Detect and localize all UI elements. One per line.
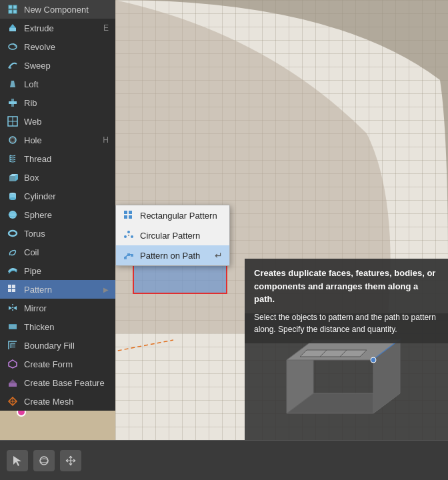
cursor-tool-button[interactable]: [7, 450, 28, 471]
menu-item-web[interactable]: Web: [0, 112, 115, 131]
left-menu-panel: New Component Extrude E Revolve Sweep: [0, 0, 115, 411]
menu-label-torus: Torus: [24, 229, 45, 239]
rect-pattern-icon: [123, 209, 135, 221]
menu-item-box[interactable]: Box: [0, 168, 115, 187]
menu-item-cylinder[interactable]: Cylinder: [0, 187, 115, 205]
menu-item-pipe[interactable]: Pipe: [0, 261, 115, 280]
path-pattern-icon: [123, 249, 135, 261]
menu-label-pattern: Pattern: [24, 285, 52, 295]
svg-marker-37: [9, 360, 17, 368]
menu-item-extrude[interactable]: Extrude E: [0, 19, 115, 37]
coil-icon: [7, 246, 19, 258]
svg-point-65: [40, 459, 48, 463]
menu-item-thicken[interactable]: Thicken: [0, 317, 115, 336]
svg-point-22: [9, 197, 16, 200]
cylinder-icon: [7, 190, 19, 202]
svg-point-48: [131, 235, 133, 238]
menu-item-thread[interactable]: Thread: [0, 149, 115, 168]
svg-marker-31: [9, 306, 12, 310]
base-feature-icon: [7, 377, 19, 389]
svg-rect-43: [124, 211, 127, 214]
menu-item-hole[interactable]: Hole H: [0, 131, 115, 149]
menu-item-torus[interactable]: Torus: [0, 224, 115, 243]
menu-item-pattern[interactable]: Pattern ▶: [0, 280, 115, 299]
menu-item-sweep[interactable]: Sweep: [0, 56, 115, 75]
rib-icon: [7, 97, 19, 109]
menu-label-extrude: Extrude: [24, 23, 54, 33]
shortcut-extrude: E: [103, 23, 109, 33]
revolve-icon: [7, 41, 19, 53]
return-icon: ↵: [215, 250, 223, 261]
menu-item-boundary-fill[interactable]: Boundary Fill: [0, 336, 115, 355]
menu-item-coil[interactable]: Coil: [0, 243, 115, 261]
shortcut-hole: H: [103, 135, 109, 145]
web-icon: [7, 115, 19, 127]
pattern-icon: [7, 283, 19, 295]
boundary-icon: [7, 339, 19, 351]
menu-item-sphere[interactable]: Sphere: [0, 205, 115, 224]
menu-item-create-form[interactable]: Create Form: [0, 355, 115, 373]
menu-label-new-component: New Component: [24, 5, 89, 15]
main-container: New Component Extrude E Revolve Sweep: [0, 0, 448, 480]
submenu-item-circular-pattern[interactable]: Circular Pattern: [116, 225, 229, 245]
menu-label-pipe: Pipe: [24, 266, 41, 276]
svg-point-16: [11, 139, 14, 141]
pan-tool-button[interactable]: [60, 450, 81, 471]
submenu-item-rectangular-pattern[interactable]: Rectangular Pattern: [116, 205, 229, 225]
svg-rect-1: [9, 5, 12, 9]
menu-label-mirror: Mirror: [24, 303, 47, 313]
pipe-icon: [7, 265, 19, 277]
svg-rect-53: [131, 254, 133, 257]
menu-item-loft[interactable]: Loft: [0, 75, 115, 93]
svg-rect-52: [127, 253, 130, 256]
svg-marker-9: [10, 81, 15, 87]
thicken-icon: [7, 321, 19, 333]
hole-icon: [7, 134, 19, 146]
menu-item-mirror[interactable]: Mirror: [0, 299, 115, 317]
menu-item-revolve[interactable]: Revolve: [0, 37, 115, 56]
menu-item-create-mesh[interactable]: Create Mesh: [0, 392, 115, 411]
svg-point-50: [128, 235, 129, 236]
svg-point-49: [124, 235, 127, 238]
orbit-tool-button[interactable]: [33, 450, 55, 471]
svg-rect-38: [9, 383, 17, 387]
svg-rect-8: [9, 67, 11, 69]
menu-label-hole: Hole: [24, 135, 42, 145]
menu-label-rib: Rib: [24, 98, 37, 108]
svg-marker-39: [9, 379, 17, 383]
svg-marker-32: [13, 306, 17, 310]
menu-label-web: Web: [24, 117, 42, 127]
menu-item-new-component[interactable]: New Component: [0, 0, 115, 19]
svg-rect-26: [8, 285, 11, 288]
menu-label-cylinder: Cylinder: [24, 191, 56, 201]
mirror-icon: [7, 302, 19, 314]
sweep-icon: [7, 59, 19, 71]
torus-icon: [7, 227, 19, 239]
bottom-toolbar: [0, 440, 448, 480]
svg-point-23: [9, 211, 17, 219]
svg-marker-6: [9, 24, 16, 28]
svg-rect-29: [12, 289, 15, 292]
create-mesh-icon: [7, 395, 19, 407]
menu-item-rib[interactable]: Rib: [0, 93, 115, 112]
extrude-icon: [7, 22, 19, 34]
menu-label-revolve: Revolve: [24, 42, 55, 52]
sphere-icon: [7, 209, 19, 221]
menu-label-loft: Loft: [24, 79, 39, 89]
submenu-label-rectangular-pattern: Rectangular Pattern: [140, 211, 217, 221]
svg-rect-51: [124, 257, 127, 259]
svg-point-64: [40, 457, 48, 465]
menu-label-box: Box: [24, 173, 39, 183]
svg-rect-3: [9, 10, 12, 13]
svg-rect-2: [13, 5, 17, 9]
svg-rect-28: [8, 289, 11, 292]
menu-label-thread: Thread: [24, 154, 51, 164]
svg-point-62: [371, 357, 376, 363]
tooltip-title: Creates duplicate faces, features, bodie…: [254, 267, 439, 306]
svg-rect-17: [9, 176, 15, 181]
menu-item-create-base-feature[interactable]: Create Base Feature: [0, 373, 115, 392]
submenu-label-pattern-on-path: Pattern on Path: [140, 251, 200, 261]
svg-rect-4: [13, 10, 17, 13]
menu-label-sweep: Sweep: [24, 61, 51, 71]
submenu-item-pattern-on-path[interactable]: Pattern on Path ↵: [116, 245, 229, 265]
